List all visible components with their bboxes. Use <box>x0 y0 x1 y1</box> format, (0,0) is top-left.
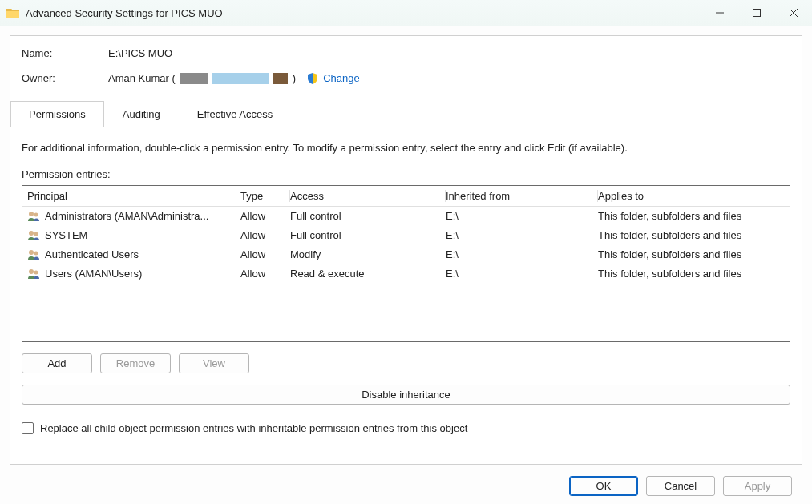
tab-permissions[interactable]: Permissions <box>10 101 104 127</box>
button-row: Add Remove View <box>22 353 790 373</box>
col-applies[interactable]: Applies to <box>598 190 785 202</box>
cell-type: Allow <box>240 208 290 224</box>
instruction-text: For additional information, double-click… <box>22 142 790 154</box>
tab-effective-access[interactable]: Effective Access <box>179 101 291 127</box>
main-panel: Name: E:\PICS MUO Owner: Aman Kumar ( ) … <box>10 35 802 465</box>
redacted-segment <box>180 73 208 84</box>
ok-button[interactable]: OK <box>569 476 638 496</box>
add-button[interactable]: Add <box>22 353 92 373</box>
owner-label: Owner: <box>22 72 108 84</box>
folder-icon <box>6 7 19 18</box>
cell-principal: Administrators (AMAN\Administra... <box>45 208 208 224</box>
cell-inherited: E:\ <box>446 208 598 224</box>
window-controls <box>701 0 812 26</box>
remove-button[interactable]: Remove <box>100 353 171 373</box>
cell-principal: Users (AMAN\Users) <box>45 266 142 282</box>
users-icon <box>27 249 40 260</box>
cell-inherited: E:\ <box>446 266 598 282</box>
apply-button[interactable]: Apply <box>723 476 792 496</box>
cell-type: Allow <box>240 228 290 244</box>
svg-point-9 <box>34 252 38 256</box>
cell-applies: This folder, subfolders and files <box>598 247 785 263</box>
shield-icon <box>307 73 318 84</box>
cell-applies: This folder, subfolders and files <box>598 228 785 244</box>
cell-access: Read & execute <box>290 266 446 282</box>
maximize-button[interactable] <box>738 0 775 26</box>
cell-inherited: E:\ <box>446 228 598 244</box>
titlebar: Advanced Security Settings for PICS MUO <box>0 0 812 26</box>
tab-strip: Permissions Auditing Effective Access <box>10 100 802 127</box>
table-header: Principal Type Access Inherited from App… <box>22 186 790 207</box>
redacted-segment <box>212 73 269 84</box>
view-button[interactable]: View <box>179 353 249 373</box>
svg-point-6 <box>29 231 34 236</box>
cell-type: Allow <box>240 247 290 263</box>
svg-point-4 <box>29 212 34 216</box>
cell-access: Full control <box>290 208 446 224</box>
cell-principal: Authenticated Users <box>45 247 139 263</box>
svg-point-11 <box>34 271 38 275</box>
cancel-button[interactable]: Cancel <box>646 476 715 496</box>
svg-point-5 <box>34 213 38 217</box>
change-owner-link[interactable]: Change <box>323 72 360 84</box>
window-title: Advanced Security Settings for PICS MUO <box>26 7 701 19</box>
users-icon <box>27 211 40 222</box>
name-label: Name: <box>22 47 108 59</box>
cell-access: Modify <box>290 247 446 263</box>
users-icon <box>27 268 40 280</box>
cell-type: Allow <box>240 266 290 282</box>
table-row[interactable]: Administrators (AMAN\Administra...AllowF… <box>22 207 790 226</box>
col-principal[interactable]: Principal <box>27 190 240 202</box>
replace-checkbox[interactable] <box>22 422 34 434</box>
col-inherited[interactable]: Inherited from <box>446 190 598 202</box>
table-row[interactable]: SYSTEMAllowFull controlE:\This folder, s… <box>22 226 790 245</box>
svg-point-10 <box>29 269 34 274</box>
disable-inheritance-button[interactable]: Disable inheritance <box>22 385 790 405</box>
table-row[interactable]: Authenticated UsersAllowModifyE:\This fo… <box>22 245 790 264</box>
cell-inherited: E:\ <box>446 247 598 263</box>
redacted-segment <box>273 73 288 84</box>
permission-table[interactable]: Principal Type Access Inherited from App… <box>22 185 790 342</box>
svg-point-7 <box>34 232 38 236</box>
users-icon <box>27 230 40 241</box>
name-row: Name: E:\PICS MUO <box>22 47 790 59</box>
owner-row: Owner: Aman Kumar ( ) Change <box>22 72 790 84</box>
replace-check-row[interactable]: Replace all child object permission entr… <box>22 422 790 434</box>
dialog-footer: OK Cancel Apply <box>569 476 792 496</box>
cell-applies: This folder, subfolders and files <box>598 266 785 282</box>
replace-label: Replace all child object permission entr… <box>40 422 467 434</box>
tab-body: For additional information, double-click… <box>22 127 790 434</box>
name-value: E:\PICS MUO <box>108 47 172 59</box>
owner-suffix: ) <box>293 72 296 84</box>
cell-access: Full control <box>290 228 446 244</box>
cell-applies: This folder, subfolders and files <box>598 208 785 224</box>
owner-value: Aman Kumar ( ) Change <box>108 72 360 84</box>
table-row[interactable]: Users (AMAN\Users)AllowRead & executeE:\… <box>22 264 790 284</box>
entries-label: Permission entries: <box>22 168 790 180</box>
close-button[interactable] <box>775 0 812 26</box>
minimize-button[interactable] <box>701 0 738 26</box>
col-type[interactable]: Type <box>240 190 290 202</box>
col-access[interactable]: Access <box>290 190 446 202</box>
svg-point-8 <box>29 250 34 255</box>
owner-prefix: Aman Kumar ( <box>108 72 176 84</box>
svg-rect-1 <box>753 10 761 17</box>
tab-auditing[interactable]: Auditing <box>104 101 179 127</box>
cell-principal: SYSTEM <box>45 228 87 244</box>
